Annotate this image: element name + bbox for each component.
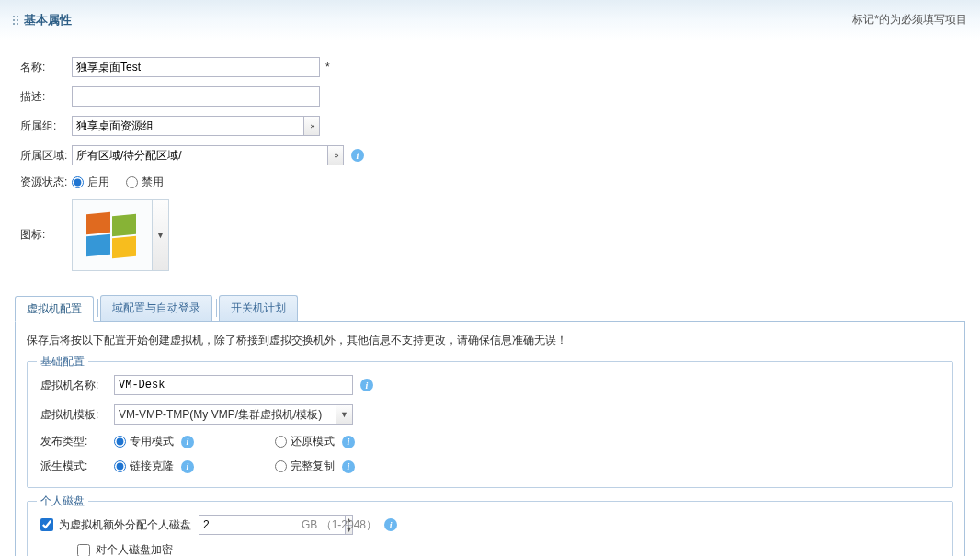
name-label: 名称: [20, 60, 72, 75]
icon-preview [72, 199, 153, 271]
publish-restore-radio[interactable]: 还原模式 i [275, 434, 355, 449]
required-marker: * [325, 61, 330, 74]
windows-icon [86, 213, 138, 257]
panel-title: 基本属性 [24, 12, 72, 28]
personal-disk-fieldset: 个人磁盘 为虚拟机额外分配个人磁盘 ▲ ▼ GB （1-2048） i 对个人磁… [27, 501, 953, 556]
desc-label: 描述: [20, 89, 72, 105]
disk-encrypt-checkbox[interactable] [77, 544, 90, 557]
status-label: 资源状态: [20, 175, 72, 190]
tab-separator [97, 299, 98, 317]
vm-template-select[interactable]: VM-VMP-TMP(My VMP/集群虚拟机/模板) ▼ [114, 404, 353, 425]
derive-mode-label: 派生模式: [40, 459, 114, 474]
publish-dedicated-radio[interactable]: 专用模式 i [114, 434, 194, 449]
vm-name-label: 虚拟机名称: [40, 378, 114, 393]
basic-config-fieldset: 基础配置 虚拟机名称: i 虚拟机模板: VM-VMP-TMP(My VMP/集… [27, 361, 953, 488]
disk-alloc-checkbox[interactable] [40, 518, 53, 531]
status-enabled-radio[interactable]: 启用 [72, 175, 109, 190]
status-disabled-radio[interactable]: 禁用 [126, 175, 164, 190]
info-icon[interactable]: i [384, 518, 397, 531]
area-picker-button[interactable]: » [327, 145, 344, 165]
info-icon[interactable]: i [360, 379, 373, 391]
tab-domain-login[interactable]: 域配置与自动登录 [100, 295, 212, 321]
derive-full-label: 完整复制 [291, 459, 335, 474]
group-label: 所属组: [20, 119, 72, 134]
group-input[interactable] [72, 116, 303, 136]
info-icon[interactable]: i [351, 149, 364, 162]
required-note: 标记*的为必须填写项目 [852, 12, 967, 28]
icon-label: 图标: [20, 199, 72, 243]
panel-header: 基本属性 标记*的为必须填写项目 [0, 0, 980, 40]
group-picker-button[interactable]: » [303, 116, 320, 136]
publish-type-label: 发布类型: [40, 434, 114, 449]
tab-power-plan[interactable]: 开关机计划 [219, 295, 298, 321]
tab-panel-vm: 保存后将按以下配置开始创建虚拟机，除了桥接到虚拟交换机外，其他信息不支持更改，请… [15, 322, 965, 556]
basic-config-legend: 基础配置 [37, 354, 88, 369]
grip-icon [13, 16, 18, 25]
tab-vm-config[interactable]: 虚拟机配置 [15, 296, 94, 322]
desc-input[interactable] [72, 86, 320, 107]
info-icon[interactable]: i [181, 460, 194, 473]
publish-restore-label: 还原模式 [291, 434, 335, 449]
header-left: 基本属性 [13, 12, 72, 28]
disk-unit-hint: GB （1-2048） [302, 517, 377, 533]
info-icon[interactable]: i [342, 436, 355, 448]
info-icon[interactable]: i [181, 436, 194, 448]
derive-linked-label: 链接克隆 [130, 459, 174, 474]
chevron-down-icon: ▼ [336, 405, 352, 424]
name-input[interactable] [72, 57, 320, 77]
vm-template-value: VM-VMP-TMP(My VMP/集群虚拟机/模板) [119, 407, 322, 423]
area-input[interactable] [72, 145, 327, 165]
info-icon[interactable]: i [342, 460, 355, 473]
publish-dedicated-label: 专用模式 [130, 434, 174, 449]
disk-alloc-label: 为虚拟机额外分配个人磁盘 [59, 517, 191, 533]
disk-encrypt-label: 对个人磁盘加密 [96, 542, 173, 556]
derive-full-radio[interactable]: 完整复制 i [275, 459, 355, 474]
basic-form: 名称: * 描述: 所属组: » 所属区域: » i 资源状态: 启用 禁用 [0, 40, 980, 295]
area-label: 所属区域: [20, 148, 72, 164]
status-disabled-label: 禁用 [142, 175, 164, 190]
vm-notice: 保存后将按以下配置开始创建虚拟机，除了桥接到虚拟交换机外，其他信息不支持更改，请… [27, 333, 953, 348]
personal-disk-legend: 个人磁盘 [37, 494, 88, 509]
derive-linked-radio[interactable]: 链接克隆 i [114, 459, 194, 474]
icon-dropdown-button[interactable]: ▼ [153, 199, 169, 271]
status-enabled-label: 启用 [87, 175, 109, 190]
tab-strip: 虚拟机配置 域配置与自动登录 开关机计划 [15, 295, 965, 322]
tab-separator [216, 299, 217, 317]
vm-name-input[interactable] [114, 375, 353, 395]
vm-template-label: 虚拟机模板: [40, 407, 114, 423]
